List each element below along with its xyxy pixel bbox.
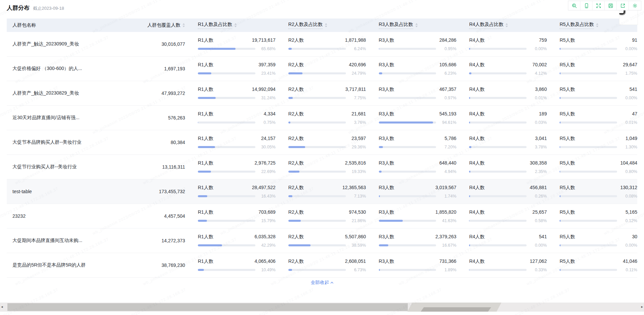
r-label: R4人数 (469, 258, 485, 265)
r-value: 41,046 (623, 258, 637, 264)
r-label: R2人数 (288, 62, 304, 68)
r3-cell: R3人数731,366 1.89% (366, 258, 457, 272)
table-row[interactable]: 23232 4,457,504 R1人数703,689 15.79% R2人数9… (7, 204, 637, 229)
audience-distribution-dashboard: wb_jinhaoxin 2023/09/20 21:48:11 172.28.… (0, 0, 644, 315)
r-percentage: 94.61% (439, 120, 456, 125)
column-header-name: 人群包名称 (7, 22, 128, 28)
r-percentage: 22.69% (258, 169, 276, 174)
r-label: R5人数 (560, 209, 575, 215)
r2-cell: R2人数2,608,051 6.73% (276, 258, 366, 272)
inspect-icon (572, 3, 577, 8)
column-header-r2[interactable]: R2人数及占比数 (276, 22, 366, 29)
sort-icon[interactable] (234, 23, 237, 27)
column-header-r1[interactable]: R1人数及占比数 (185, 22, 276, 29)
coverage-count: 13,116,311 (128, 164, 185, 170)
fullscreen-button[interactable] (593, 1, 605, 10)
r1-cell: R1人数6,035,328 42.29% (185, 234, 276, 248)
column-header-r3[interactable]: R3人数及占比数 (366, 22, 457, 29)
table-row[interactable]: 大促节行业购买人群--美妆行业 13,116,311 R1人数2,976,725… (7, 155, 637, 179)
table-row[interactable]: 人群资产_触达_20230909_美妆 30,016,077 R1人数19,71… (7, 32, 637, 57)
r5-cell: R5人数130,312 0.08% (547, 185, 637, 199)
r2-cell: R2人数420,696 24.79% (276, 62, 366, 76)
r2-cell: R2人数1,871,988 6.24% (276, 37, 366, 51)
r-label: R3人数 (379, 62, 394, 68)
r2-cell: R2人数21,681 3.76% (276, 111, 366, 125)
sort-icon[interactable] (182, 23, 185, 27)
progress-fill (560, 72, 561, 74)
r-label: R2人数 (288, 234, 304, 240)
table-row[interactable]: 大促期间本品牌直播间互动未购... 14,272,373 R1人数6,035,3… (7, 229, 637, 253)
progress-fill (198, 171, 211, 173)
table-row[interactable]: 大促价格偏好 （300-600）的人... 1,697,193 R1人数397,… (7, 57, 637, 81)
column-header-coverage[interactable]: 人群包覆盖人数 (128, 22, 185, 28)
r4-cell: R4人数127,062 0.33% (456, 258, 547, 272)
r-value: 731,366 (439, 258, 457, 264)
r-percentage: 7.75% (349, 96, 366, 100)
table-row[interactable]: 人群资产_触达_20230829_美妆 47,993,272 R1人数14,99… (7, 81, 637, 106)
sort-icon[interactable] (325, 23, 327, 27)
progress-fill (288, 244, 311, 246)
r-value: 21,681 (352, 111, 366, 116)
r-label: R2人数 (288, 37, 304, 43)
save-icon (608, 3, 613, 8)
sort-icon[interactable] (596, 23, 599, 27)
r5-cell: R5人数91 0.00% (547, 37, 637, 51)
export-button[interactable] (617, 1, 629, 10)
coverage-count: 4,457,504 (128, 213, 185, 219)
scroll-right-arrow[interactable]: ▸ (641, 305, 643, 309)
table-row[interactable]: 大促节本品牌购买人群--美妆行业 80,384 R1人数24,157 30.05… (7, 130, 637, 155)
save-button[interactable] (605, 1, 617, 10)
r3-cell: R3人数3,019,567 1.74% (366, 185, 457, 199)
audience-table: 人群包名称 人群包覆盖人数 R1人数及占比数 R2人数及占比数 (7, 19, 637, 284)
table-row[interactable]: 近30天对品牌直播间/店铺有强... 576,263 R1人数4,334 0.7… (7, 106, 637, 130)
collapse-all-link[interactable]: 全部收起 (311, 280, 333, 284)
table-row[interactable]: 是竞品的5R但不是本品牌5R的人群 38,769,230 R1人数4,065,4… (7, 253, 637, 278)
r-value: 1,871,988 (345, 37, 366, 43)
r-value: 104,484 (620, 160, 637, 166)
r-percentage: 42.29% (258, 243, 276, 248)
mobile-preview-button[interactable] (580, 1, 593, 10)
sort-icon[interactable] (415, 23, 418, 27)
progress-fill (198, 220, 207, 222)
progress-track (288, 195, 346, 197)
r-label: R3人数 (379, 136, 394, 142)
r-value: 541 (630, 86, 637, 92)
column-header-r4[interactable]: R4人数及占比数 (456, 22, 547, 29)
settings-button[interactable] (629, 1, 641, 10)
r-percentage: 15.79% (258, 218, 276, 223)
coverage-count: 14,272,373 (128, 238, 185, 243)
r-percentage: 0.58% (529, 218, 547, 223)
r-label: R1人数 (198, 185, 213, 191)
r-percentage: 7.20% (439, 145, 456, 149)
sort-icon[interactable] (505, 23, 508, 27)
r-value: 4,334 (264, 111, 276, 116)
horizontal-scrollbar[interactable]: ◂ ▸ (0, 303, 644, 312)
progress-fill (379, 97, 380, 99)
r1-cell: R1人数19,713,617 65.68% (185, 37, 276, 51)
progress-fill (288, 48, 292, 50)
r1-cell: R1人数703,689 15.79% (185, 209, 276, 223)
table-row[interactable]: test-table 173,455,732 R1人数28,497,522 16… (7, 179, 637, 204)
progress-fill (469, 195, 470, 197)
r-value: 19,713,617 (252, 37, 276, 43)
r-value: 2,608,051 (345, 258, 366, 264)
r-value: 2,379,263 (435, 234, 456, 239)
r-label: R5人数 (560, 111, 575, 117)
r1-cell: R1人数4,334 0.75% (185, 111, 276, 125)
progress-fill (198, 97, 216, 99)
card-toolbar (568, 1, 641, 10)
settings-gear-icon (632, 3, 638, 8)
progress-track (198, 48, 255, 50)
r-label: R3人数 (379, 37, 394, 43)
r5-cell: R5人数1,049 1.30% (547, 136, 637, 149)
r-label: R5人数 (560, 185, 575, 191)
progress-fill (198, 195, 207, 197)
r-label: R4人数 (469, 160, 485, 166)
scrollbar-thumb[interactable] (7, 303, 408, 311)
inspect-button[interactable] (568, 1, 580, 10)
r-percentage: 0.97% (439, 96, 456, 100)
progress-track (469, 269, 527, 271)
scroll-left-arrow[interactable]: ◂ (1, 305, 3, 309)
progress-track (560, 72, 617, 74)
r-percentage: 1.30% (620, 145, 637, 149)
